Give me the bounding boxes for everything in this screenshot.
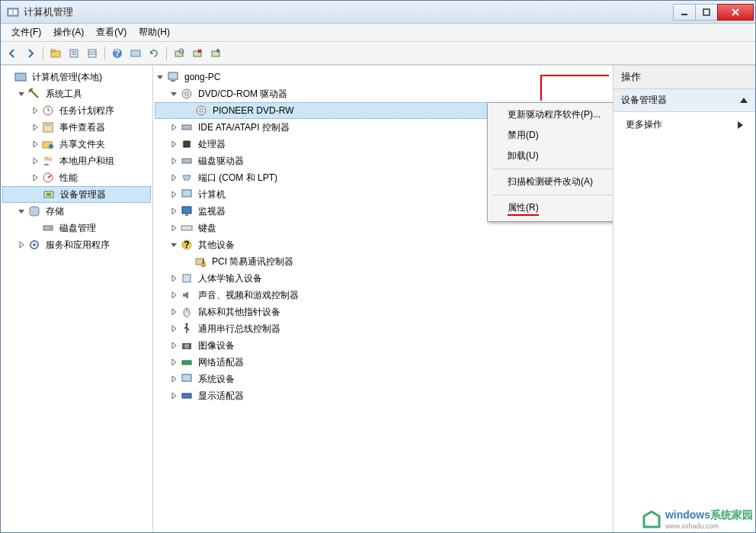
expander-closed[interactable]: [168, 172, 179, 183]
tree-task-scheduler[interactable]: 任务计划程序: [2, 102, 151, 119]
device-display[interactable]: 显示适配器: [155, 387, 611, 404]
tool-refresh-button[interactable]: [146, 45, 162, 62]
device-sound[interactable]: 声音、视频和游戏控制器: [155, 287, 611, 303]
context-menu: 更新驱动程序软件(P)... 禁用(D) 卸载(U) 扫描检测硬件改动(A) 属…: [487, 102, 613, 222]
device-imaging[interactable]: 图像设备: [155, 337, 611, 354]
expander-closed[interactable]: [168, 273, 179, 284]
tree-local-users[interactable]: 本地用户和组: [2, 153, 151, 169]
menu-help[interactable]: 帮助(H): [133, 24, 176, 41]
tool-list-button[interactable]: [84, 45, 101, 62]
expander-closed[interactable]: [30, 172, 40, 183]
tree-device-manager[interactable]: 设备管理器: [2, 186, 151, 203]
menu-view[interactable]: 查看(V): [90, 24, 133, 41]
device-pci[interactable]: ! PCI 简易通讯控制器: [155, 253, 611, 270]
actions-section-label: 设备管理器: [621, 94, 667, 107]
tree-label: 计算机: [196, 188, 228, 202]
tool-help-button[interactable]: ?: [109, 45, 126, 62]
watermark-sub: 系统家园: [710, 509, 753, 521]
expander-closed[interactable]: [168, 323, 179, 334]
expander-closed[interactable]: [168, 307, 179, 317]
expander-closed[interactable]: [168, 374, 179, 384]
tool-uninstall-button[interactable]: [189, 45, 206, 62]
tree-performance[interactable]: 性能: [2, 169, 151, 186]
expander-closed[interactable]: [30, 122, 40, 133]
device-keyboard[interactable]: 键盘: [155, 220, 611, 236]
ctx-label: 更新驱动程序软件(P)...: [508, 109, 601, 120]
expander-closed[interactable]: [168, 189, 179, 200]
svg-rect-4: [703, 9, 710, 15]
expander-closed[interactable]: [168, 290, 179, 300]
expander-closed[interactable]: [168, 156, 179, 166]
ctx-update-driver[interactable]: 更新驱动程序软件(P)...: [489, 104, 613, 125]
expander-closed[interactable]: [168, 390, 179, 401]
menu-action[interactable]: 操作(A): [47, 24, 90, 41]
device-other[interactable]: ? 其他设备: [155, 236, 611, 253]
keyboard-icon: [181, 222, 193, 234]
expander-closed[interactable]: [168, 223, 179, 233]
toolbar-separator: [43, 47, 43, 60]
ctx-scan[interactable]: 扫描检测硬件改动(A): [489, 172, 613, 192]
tree-label: 网络适配器: [196, 355, 246, 370]
tree-label: DVD/CD-ROM 驱动器: [196, 87, 290, 101]
tree-services[interactable]: 服务和应用程序: [2, 236, 151, 253]
tool-folder-button[interactable]: [47, 45, 64, 62]
more-actions[interactable]: 更多操作: [613, 112, 755, 137]
tree-shared-folders[interactable]: 共享文件夹: [2, 136, 151, 153]
device-network[interactable]: 网络适配器: [155, 354, 611, 371]
device-system[interactable]: 系统设备: [155, 371, 611, 387]
svg-rect-75: [182, 393, 191, 398]
expander-closed[interactable]: [30, 139, 40, 149]
expander-open[interactable]: [155, 72, 165, 82]
expander-open[interactable]: [168, 88, 179, 99]
menu-file[interactable]: 文件(F): [5, 24, 47, 41]
expander-closed[interactable]: [168, 206, 179, 217]
expander-closed[interactable]: [168, 357, 179, 368]
nav-back-button[interactable]: [4, 45, 21, 62]
expander-closed[interactable]: [30, 105, 40, 116]
left-tree-panel[interactable]: 计算机管理(本地) 系统工具 任务计划程序 事件查看器: [1, 66, 153, 532]
expander-closed[interactable]: [168, 139, 179, 149]
tool-scan-button[interactable]: [171, 45, 187, 62]
tree-label: 任务计划程序: [57, 104, 117, 118]
nav-forward-button[interactable]: [22, 45, 39, 62]
expander-open[interactable]: [16, 88, 27, 99]
device-mouse[interactable]: 鼠标和其他指针设备: [155, 303, 611, 320]
expander-open[interactable]: [16, 206, 27, 217]
ctx-uninstall[interactable]: 卸载(U): [489, 146, 613, 166]
expander-closed[interactable]: [16, 239, 27, 250]
maximize-button[interactable]: [695, 4, 718, 21]
actions-section[interactable]: 设备管理器: [613, 89, 755, 112]
expander-closed[interactable]: [168, 340, 179, 351]
device-dvd-group[interactable]: DVD/CD-ROM 驱动器: [155, 85, 611, 102]
svg-text:?: ?: [184, 239, 189, 250]
tree-disk-mgmt[interactable]: 磁盘管理: [2, 220, 151, 236]
device-tree-panel[interactable]: gong-PC DVD/CD-ROM 驱动器 PIONEER DVD-RW ID…: [153, 66, 613, 532]
device-root[interactable]: gong-PC: [155, 69, 611, 85]
ctx-properties[interactable]: 属性(R): [489, 197, 613, 220]
svg-rect-67: [183, 275, 191, 282]
tree-event-viewer[interactable]: 事件查看器: [2, 119, 151, 136]
clock-icon: [42, 104, 54, 117]
device-usb[interactable]: 通用串行总线控制器: [155, 320, 611, 337]
svg-rect-17: [131, 50, 140, 56]
tool-view-button[interactable]: [127, 45, 144, 62]
ide-icon: [181, 121, 193, 133]
tree-label: 磁盘管理: [57, 221, 98, 236]
tree-root-computer-mgmt[interactable]: 计算机管理(本地): [2, 69, 151, 85]
tree-label: 计算机管理(本地): [30, 70, 104, 85]
tree-label: PCI 简易通讯控制器: [210, 255, 296, 269]
ctx-disable[interactable]: 禁用(D): [489, 125, 613, 146]
device-hid[interactable]: 人体学输入设备: [155, 270, 611, 287]
minimize-button[interactable]: [673, 4, 696, 21]
services-icon: [28, 239, 40, 251]
device-mgr-icon: [43, 188, 55, 201]
tree-storage[interactable]: 存储: [2, 203, 151, 220]
expander-closed[interactable]: [30, 156, 40, 166]
window-buttons: [674, 4, 754, 21]
expander-open[interactable]: [168, 239, 179, 250]
expander-closed[interactable]: [168, 122, 179, 133]
tree-system-tools[interactable]: 系统工具: [2, 85, 151, 102]
close-button[interactable]: [717, 4, 754, 21]
tool-properties-button[interactable]: [66, 45, 82, 62]
tool-update-button[interactable]: [207, 45, 224, 62]
